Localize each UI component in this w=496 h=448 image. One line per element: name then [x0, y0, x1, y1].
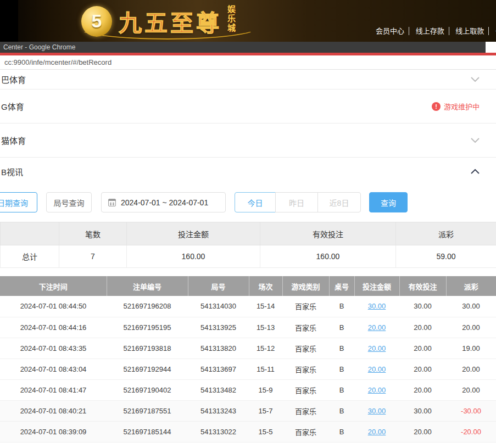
nav-member-center[interactable]: 会员中心 [371, 27, 409, 35]
today-button[interactable]: 今日 [235, 192, 276, 212]
window-title: Center - Google Chrome [3, 43, 75, 51]
cell-round-id: 541313022 [188, 421, 249, 442]
header-bet-time: 下注时间 [0, 276, 107, 296]
cell-bet-amount: 20.00 [354, 338, 399, 359]
bet-amount-link[interactable]: 20.00 [368, 386, 386, 394]
cell-bet-time: 2024-07-01 08:40:21 [0, 400, 107, 421]
yesterday-button[interactable]: 昨日 [275, 192, 318, 212]
nav-one-key[interactable]: 一键 [491, 27, 496, 35]
cell-table-no: B [329, 379, 354, 400]
summary-header-bet-amount: 投注金额 [127, 222, 260, 245]
header-game-type: 游戏类别 [282, 276, 329, 296]
cell-valid-bet: 20.00 [399, 379, 446, 400]
cell-bet-id: 521697185144 [107, 421, 188, 442]
cell-table-no: B [329, 317, 354, 338]
last-8-days-button[interactable]: 近8日 [317, 192, 361, 212]
top-nav: 会员中心 线上存款 线上取款 一键 [371, 25, 496, 36]
cell-valid-bet: 20.00 [399, 359, 446, 379]
bet-record-page: 巴体育 G体育 ! 游戏维护中 猫体育 B视讯 日期查询 局号查询 2024-0… [0, 70, 496, 443]
table-row: 2024-07-01 08:41:47521697190402541313482… [0, 379, 496, 400]
cell-bet-amount: 20.00 [354, 317, 399, 338]
cell-session: 15-5 [249, 421, 282, 442]
bets-table-body: 2024-07-01 08:44:50521697196208541314030… [0, 296, 496, 442]
cell-table-no: B [329, 296, 354, 317]
bet-amount-link[interactable]: 30.00 [368, 407, 386, 415]
cell-bet-id: 521697192944 [107, 359, 188, 379]
maintenance-badge: ! 游戏维护中 [432, 101, 480, 111]
browser-title-bar: Center - Google Chrome [0, 42, 496, 53]
round-query-button[interactable]: 局号查询 [46, 192, 92, 212]
bet-amount-link[interactable]: 20.00 [368, 344, 386, 352]
cell-game-type: 百家乐 [282, 296, 329, 317]
cell-game-type: 百家乐 [282, 359, 329, 379]
bet-amount-link[interactable]: 20.00 [368, 428, 386, 436]
cell-payout: -20.00 [446, 421, 496, 442]
warning-icon: ! [432, 102, 441, 111]
cell-bet-amount: 20.00 [354, 359, 399, 379]
cell-payout: 30.00 [446, 296, 496, 317]
header-black-corner [0, 0, 18, 42]
nav-online-deposit[interactable]: 线上存款 [411, 27, 449, 35]
bet-amount-link[interactable]: 20.00 [368, 365, 386, 373]
bet-amount-link[interactable]: 20.00 [368, 323, 386, 332]
cell-game-type: 百家乐 [282, 379, 329, 400]
section-b-live[interactable]: B视讯 [0, 158, 496, 185]
section-mao-sports[interactable]: 猫体育 [0, 124, 496, 158]
table-row: 2024-07-01 08:44:50521697196208541314030… [0, 296, 496, 317]
cell-session: 15-13 [249, 317, 282, 338]
total-valid-bet: 160.00 [260, 245, 396, 268]
bet-amount-link[interactable]: 30.00 [368, 302, 386, 310]
chevron-down-icon [471, 77, 480, 82]
cell-game-type: 百家乐 [282, 317, 329, 338]
section-ba-sports[interactable]: 巴体育 [0, 70, 496, 89]
section-g-sports[interactable]: G体育 ! 游戏维护中 [0, 89, 496, 124]
table-row: 2024-07-01 08:43:04521697192944541313697… [0, 359, 496, 379]
cell-bet-time: 2024-07-01 08:39:09 [0, 421, 107, 442]
cell-game-type: 百家乐 [282, 338, 329, 359]
table-row: 2024-07-01 08:39:09521697185144541313022… [0, 421, 496, 442]
chevron-up-icon [471, 169, 480, 174]
summary-table: 笔数 投注金额 有效投注 派彩 总计 7 160.00 160.00 59.00 [0, 222, 496, 268]
cell-game-type: 百家乐 [282, 421, 329, 442]
date-query-button[interactable]: 日期查询 [0, 192, 37, 212]
header-valid-bet: 有效投注 [399, 276, 446, 296]
nav-online-withdraw[interactable]: 线上取款 [451, 27, 489, 35]
bets-header-row: 下注时间 注单编号 局号 场次 游戏类别 桌号 投注金额 有效投注 派彩 [0, 276, 496, 296]
section-label: 猫体育 [1, 135, 26, 146]
site-header: 5 九五至尊 娱乐城 会员中心 线上存款 线上取款 一键 [0, 0, 496, 42]
search-button[interactable]: 查询 [369, 192, 408, 212]
coin-number: 5 [92, 10, 102, 32]
cell-bet-id: 521697195195 [107, 317, 188, 338]
cell-payout: -30.00 [446, 400, 496, 421]
browser-url-bar[interactable]: cc:9900/infe/mcenter/#/betRecord [0, 55, 496, 70]
header-bet-id: 注单编号 [107, 276, 188, 296]
summary-header-valid-bet: 有效投注 [260, 222, 396, 245]
cell-bet-id: 521697190402 [107, 379, 188, 400]
cell-payout: 20.00 [446, 359, 496, 379]
header-session: 场次 [249, 276, 282, 296]
cell-bet-time: 2024-07-01 08:41:47 [0, 379, 107, 400]
screen: 5 九五至尊 娱乐城 会员中心 线上存款 线上取款 一键 Center - Go… [0, 0, 496, 448]
date-range-picker[interactable]: 2024-07-01 ~ 2024-07-01 [101, 192, 226, 212]
cell-bet-id: 521697193818 [107, 338, 188, 359]
summary-total-row: 总计 7 160.00 160.00 59.00 [1, 245, 496, 268]
filter-bar: 日期查询 局号查询 2024-07-01 ~ 2024-07-01 今日 昨日 … [0, 192, 496, 212]
cell-bet-id: 521697187551 [107, 400, 188, 421]
window-control-button[interactable] [486, 42, 496, 53]
calendar-icon [108, 199, 116, 206]
header-table-no: 桌号 [329, 276, 354, 296]
date-range-value: 2024-07-01 ~ 2024-07-01 [121, 198, 208, 207]
summary-header-payout: 派彩 [396, 222, 496, 245]
cell-valid-bet: 30.00 [399, 296, 446, 317]
cell-bet-time: 2024-07-01 08:43:04 [0, 359, 107, 379]
cell-round-id: 541313482 [188, 379, 249, 400]
cell-bet-time: 2024-07-01 08:44:16 [0, 317, 107, 338]
section-label: B视讯 [1, 166, 23, 177]
cell-payout: 20.00 [446, 379, 496, 400]
cell-game-type: 百家乐 [282, 400, 329, 421]
cell-table-no: B [329, 338, 354, 359]
table-row: 2024-07-01 08:40:21521697187551541313243… [0, 400, 496, 421]
cell-round-id: 541313243 [188, 400, 249, 421]
cell-bet-amount: 30.00 [354, 296, 399, 317]
cell-session: 15-9 [249, 379, 282, 400]
